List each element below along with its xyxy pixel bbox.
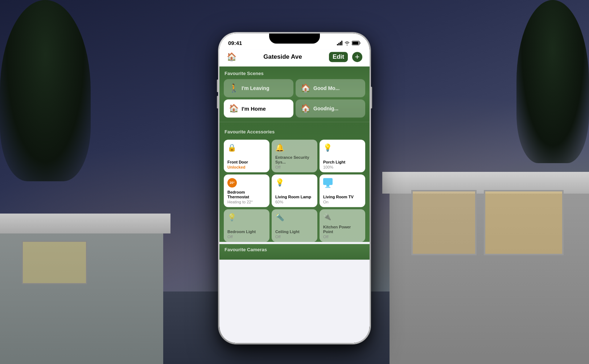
edit-button[interactable]: Edit (329, 52, 348, 62)
living-lamp-icon: 💡 (275, 178, 284, 187)
status-icons (337, 41, 361, 45)
bedroom-light-icon: 💡 (227, 213, 236, 222)
porch-light-status: 100% (323, 165, 362, 169)
accessories-section: Favourite Accessories 🔒 Front Door Unloc… (219, 122, 370, 242)
bedroom-light-tile[interactable]: 💡 Bedroom Light Off (224, 209, 269, 242)
living-lamp-status: 60% (275, 200, 314, 204)
nav-title: Gateside Ave (263, 53, 302, 61)
home-icon[interactable]: 🏠 (227, 52, 236, 62)
tv-tile[interactable]: Living Room TV On (320, 174, 365, 207)
screen-content: 09:41 (219, 33, 370, 343)
ceiling-light-name: Ceiling Light (275, 229, 314, 234)
tree-left (0, 0, 91, 181)
ceiling-light-tile[interactable]: 🔦 Ceiling Light Off (272, 209, 317, 242)
living-lamp-tile[interactable]: 💡 Living Room Lamp 60% (272, 174, 317, 207)
porch-light-name: Porch Light (323, 160, 362, 165)
notch (269, 33, 320, 44)
scene-goodnight-label: Goodnig... (313, 106, 338, 111)
scene-home-label: I'm Home (242, 106, 266, 112)
nav-header: 🏠 Gateside Ave Edit + (219, 49, 370, 66)
ceiling-light-status: Off (275, 235, 314, 239)
add-button[interactable]: + (352, 52, 362, 62)
front-door-name: Front Door (227, 160, 266, 165)
phone-frame: 09:41 (218, 32, 371, 344)
front-door-status: Unlocked (227, 165, 266, 169)
tv-icon (323, 178, 333, 185)
scene-tile-goodnight[interactable]: 🏠 Goodnig... (296, 99, 365, 117)
scene-tile-goodmorning[interactable]: 🏠 Good Mo... (296, 79, 365, 97)
living-lamp-name: Living Room Lamp (275, 195, 314, 199)
front-door-tile[interactable]: 🔒 Front Door Unlocked (224, 140, 269, 172)
scene-goodmorning-label: Good Mo... (313, 85, 339, 91)
thermostat-name: Bedroom Thermostat (227, 190, 266, 199)
scene-leaving-label: I'm Leaving (242, 85, 269, 91)
power-button[interactable] (371, 87, 372, 108)
tree-right (516, 0, 589, 163)
scenes-section-label: Favourite Scenes (224, 71, 365, 76)
nav-actions: Edit + (329, 52, 362, 62)
cameras-label: Favourite Cameras (225, 247, 267, 252)
phone-screen: 09:41 (219, 33, 370, 343)
kitchen-power-status: Off (323, 235, 362, 239)
wifi-icon (344, 41, 350, 45)
battery-icon (352, 41, 361, 45)
accessories-grid-row3: 💡 Bedroom Light Off 🔦 (224, 209, 365, 242)
plug-icon: 🔌 (323, 213, 331, 221)
scene-goodnight-icon: 🏠 (301, 104, 310, 113)
window-right-2 (411, 190, 477, 255)
scroll-content[interactable]: Favourite Scenes 🚶 I'm Leaving 🏠 Good Mo… (219, 66, 370, 343)
svg-rect-1 (353, 42, 359, 45)
scene-goodmorning-icon: 🏠 (301, 83, 310, 93)
tv-name: Living Room TV (323, 195, 362, 199)
accessories-section-label: Favourite Accessories (224, 126, 365, 137)
window-right-1 (484, 190, 564, 255)
volume-up-button[interactable] (217, 79, 218, 92)
roof-left (0, 214, 170, 233)
thermostat-badge: 20° (227, 178, 237, 187)
tv-status: On (323, 200, 362, 204)
lock-icon: 🔒 (227, 143, 236, 152)
ceiling-light-icon: 🔦 (275, 213, 284, 222)
security-icon: 🔔 (275, 143, 284, 152)
porch-light-icon: 💡 (323, 143, 332, 152)
scene-leaving-icon: 🚶 (229, 83, 239, 93)
thermostat-status: Heating to 22° (227, 200, 266, 204)
kitchen-power-name: Kitchen Power Point (323, 225, 362, 234)
scenes-grid: 🚶 I'm Leaving 🏠 Good Mo... 🏠 I'm Home (224, 79, 365, 117)
status-time: 09:41 (228, 40, 242, 46)
security-name: Entrance Security Sys... (275, 155, 314, 165)
window-left (22, 241, 87, 284)
scenes-section: Favourite Scenes 🚶 I'm Leaving 🏠 Good Mo… (219, 66, 370, 122)
signal-icon (337, 41, 342, 45)
scene-tile-leaving[interactable]: 🚶 I'm Leaving (224, 79, 293, 97)
bedroom-light-status: Off (227, 235, 266, 239)
porch-light-tile[interactable]: 💡 Porch Light 100% (320, 140, 365, 172)
bedroom-light-name: Bedroom Light (227, 229, 266, 234)
security-status: Off (275, 165, 314, 169)
scene-tile-home[interactable]: 🏠 I'm Home (224, 99, 293, 117)
kitchen-power-tile[interactable]: 🔌 Kitchen Power Point Off (320, 209, 365, 242)
accessories-grid-row1: 🔒 Front Door Unlocked 🔔 (224, 140, 365, 172)
scene-home-icon: 🏠 (229, 104, 239, 113)
thermostat-tile[interactable]: 20° Bedroom Thermostat Heating to 22° (224, 174, 269, 207)
phone-wrapper: 09:41 (218, 32, 371, 344)
entrance-security-tile[interactable]: 🔔 Entrance Security Sys... Off (272, 140, 317, 172)
volume-down-button[interactable] (217, 96, 218, 108)
accessories-grid-row2: 20° Bedroom Thermostat Heating to 22° (224, 174, 365, 207)
cameras-section: Favourite Cameras (219, 244, 370, 260)
